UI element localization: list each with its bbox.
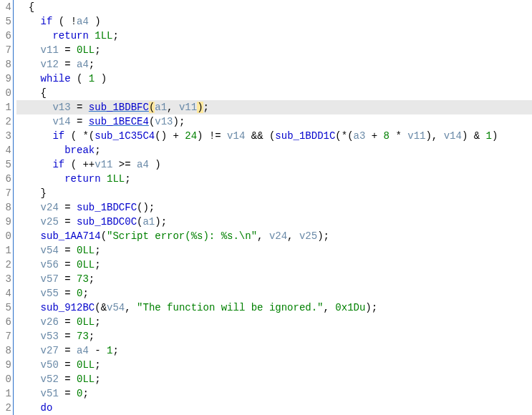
code-line[interactable]: break; (16, 143, 532, 157)
code-token: = (71, 102, 89, 113)
line-number: 1 (0, 386, 11, 401)
code-line[interactable]: v24 = sub_1BDCFC(); (16, 200, 532, 215)
code-line[interactable]: if ( !a4 ) (16, 14, 532, 29)
code-line[interactable]: v26 = 0LL; (16, 315, 532, 329)
line-number: 6 (0, 29, 11, 43)
code-token: v25 (41, 216, 59, 228)
code-token: ; (95, 245, 100, 256)
line-number: 5 (0, 14, 11, 29)
code-token: a1 (155, 102, 167, 113)
code-token: v14 (227, 130, 245, 142)
line-number: 8 (0, 200, 11, 215)
code-token: = (59, 44, 77, 56)
code-line[interactable]: if ( *(sub_1C35C4() + 24) != v14 && (sub… (16, 129, 532, 143)
code-token: ) & (462, 130, 486, 142)
code-line[interactable]: v13 = sub_1BDBFC(a1, v11); (16, 100, 532, 114)
code-token: = (59, 345, 77, 356)
code-line[interactable]: v57 = 73; (16, 272, 532, 286)
code-token: = (59, 359, 77, 371)
code-line[interactable]: return 1LL; (16, 172, 532, 186)
code-line[interactable]: do (16, 401, 532, 415)
code-token: = (59, 388, 77, 399)
line-number: 9 (0, 215, 11, 229)
code-token: = (59, 288, 77, 299)
code-line[interactable]: } (16, 186, 532, 200)
code-token: while (41, 73, 71, 84)
code-token: return (52, 30, 88, 42)
code-line[interactable]: v55 = 0; (16, 286, 532, 301)
code-token (101, 173, 107, 185)
code-line[interactable]: v51 = 0; (16, 386, 532, 401)
code-token: = (59, 216, 77, 228)
line-number: 4 (0, 286, 11, 301)
line-number: 2 (0, 401, 11, 415)
code-token: () + (155, 130, 185, 142)
code-token: a4 (77, 59, 89, 70)
code-token: ; (89, 59, 95, 70)
code-token: , (287, 230, 299, 242)
line-number-gutter: 45678901234567890123456789012 (0, 0, 13, 415)
code-token: ) (197, 102, 203, 113)
code-token: sub_1AA714 (41, 230, 101, 242)
line-number: 1 (0, 100, 11, 114)
code-token: sub_1BDCFC (77, 202, 137, 213)
code-line[interactable]: return 1LL; (16, 29, 532, 43)
code-line[interactable]: if ( ++v11 >= a4 ) (16, 157, 532, 172)
code-token: + (365, 130, 383, 142)
line-number: 2 (0, 258, 11, 272)
code-token: , (257, 230, 269, 242)
code-line[interactable]: v53 = 73; (16, 329, 532, 343)
code-line[interactable]: v14 = sub_1BECE4(v13); (16, 114, 532, 129)
line-number: 8 (0, 343, 11, 358)
code-line[interactable]: while ( 1 ) (16, 72, 532, 86)
code-token: v13 (52, 102, 70, 113)
code-token: ; (203, 102, 209, 113)
code-token: , (167, 102, 179, 113)
code-line[interactable]: v25 = sub_1BDC0C(a1); (16, 215, 532, 229)
code-line[interactable]: v50 = 0LL; (16, 358, 532, 372)
code-token: 0LL (77, 245, 95, 256)
code-line[interactable]: sub_912BC(&v54, "The function will be ig… (16, 301, 532, 315)
code-token: = (59, 374, 77, 385)
code-token: 73 (77, 331, 89, 342)
code-token: a1 (142, 216, 155, 228)
code-token: a4 (77, 16, 89, 27)
code-token: 1 (486, 130, 492, 142)
line-number: 4 (0, 143, 11, 157)
code-line[interactable]: { (16, 0, 532, 14)
code-token: ) (95, 73, 107, 84)
code-token (89, 30, 95, 42)
code-token: v52 (41, 374, 59, 385)
code-token: a3 (354, 130, 366, 142)
line-number: 9 (0, 358, 11, 372)
code-token: = (59, 316, 77, 328)
code-editor[interactable]: 45678901234567890123456789012 { if ( !a4… (0, 0, 532, 415)
line-number: 7 (0, 43, 11, 57)
code-token: v56 (41, 259, 59, 270)
line-number: 3 (0, 272, 11, 286)
code-token: v51 (41, 388, 59, 399)
code-token: , (324, 302, 336, 313)
code-token: 0x1Du (335, 302, 365, 313)
line-number: 1 (0, 243, 11, 258)
code-token: ) != (197, 130, 227, 142)
code-line[interactable]: v54 = 0LL; (16, 243, 532, 258)
code-token: 24 (185, 130, 197, 142)
code-token: ) (492, 130, 498, 142)
code-line[interactable]: sub_1AA714("Script error(%s): %s.\n", v2… (16, 229, 532, 243)
code-area[interactable]: { if ( !a4 ) return 1LL; v11 = 0LL; v12 … (14, 0, 532, 415)
code-token: (); (137, 202, 155, 213)
code-line[interactable]: v52 = 0LL; (16, 372, 532, 386)
code-token: 0LL (77, 44, 95, 56)
code-token: v55 (41, 288, 59, 299)
code-token: 73 (77, 273, 89, 285)
code-line[interactable]: { (16, 86, 532, 100)
line-number: 5 (0, 157, 11, 172)
code-line[interactable]: v56 = 0LL; (16, 258, 532, 272)
code-token: ; (112, 345, 118, 356)
code-token: ( *( (64, 130, 95, 142)
code-line[interactable]: v27 = a4 - 1; (16, 343, 532, 358)
code-line[interactable]: v11 = 0LL; (16, 43, 532, 57)
code-token: v12 (41, 59, 59, 70)
code-line[interactable]: v12 = a4; (16, 57, 532, 72)
